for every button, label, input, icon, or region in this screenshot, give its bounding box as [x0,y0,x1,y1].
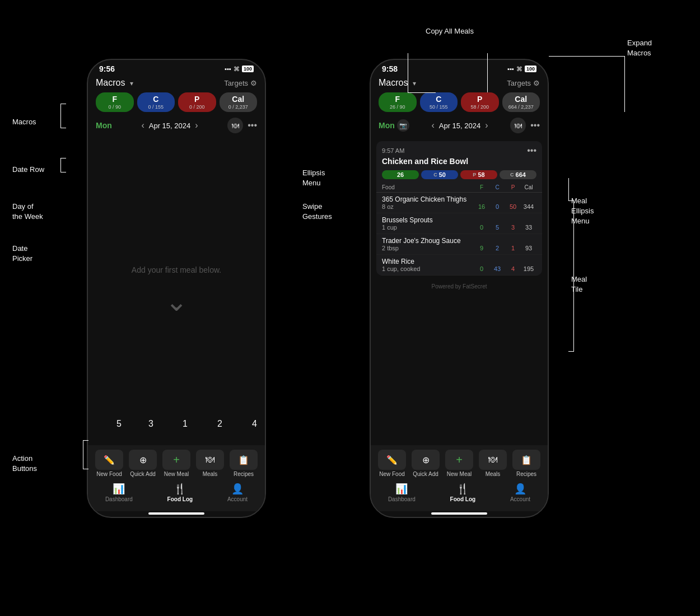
btn-num-5: 5 [116,419,122,429]
meals-btn-right[interactable]: 🍽 Meals [479,450,507,477]
new-food-btn-left[interactable]: ✏️ New Food [95,450,123,477]
meal-pill-cal: C 664 [500,170,536,179]
meal-name: Chicken and Rice Bowl [376,157,542,168]
action-bar-left: ✏️ New Food ⊕ Quick Add + New Meal 🍽 Mea… [88,445,265,479]
prev-date-btn-right[interactable]: ‹ [431,120,434,130]
food-row-0[interactable]: 365 Organic Chicken Thighs 8 oz 16 0 50 … [376,193,542,213]
copy-line-2 [487,53,488,92]
meal-ellipsis-line [568,178,569,200]
macro-pills-left: F 0 / 90 C 0 / 155 P 0 / 200 Cal 0 / 2,2… [88,90,265,114]
header-left: Macros ▾ Targets ⚙ [88,76,265,90]
targets-btn-right[interactable]: Targets ⚙ [507,79,540,87]
meal-ellipsis-btn[interactable]: ••• [527,146,536,156]
food-table-header: Food F C P Cal [376,183,542,193]
date-text-left[interactable]: Apr 15, 2024 [149,122,190,130]
new-meal-btn-left[interactable]: + New Meal [162,450,190,477]
btn-num-3: 3 [148,419,153,429]
food-row-1[interactable]: Brussels Sprouts 1 cup 0 5 3 33 [376,213,542,234]
dashboard-icon-right: 📊 [395,483,408,495]
date-row-right: Mon 📷 ‹ Apr 15, 2024 › 🍽 ••• [371,114,548,137]
label-day-of-week: Day ofthe Week [12,202,43,222]
tab-bar-right: 📊 Dashboard 🍴 Food Log 👤 Account [371,479,548,511]
date-text-right[interactable]: Apr 15, 2024 [439,122,480,130]
scroll-area-right: 9:57 AM ••• Chicken and Rice Bowl 26 C 5… [371,137,548,445]
signal-icon: ▪▪▪ [225,66,231,72]
pill-cal-left[interactable]: Cal 0 / 2,237 [220,92,258,112]
day-label-right[interactable]: Mon [379,121,395,130]
pill-f-left[interactable]: F 0 / 90 [96,92,134,112]
food-row-2[interactable]: Trader Joe's Zhoug Sauce 2 tbsp 9 2 1 93 [376,234,542,255]
new-food-btn-right[interactable]: ✏️ New Food [378,450,406,477]
next-date-btn-right[interactable]: › [485,120,488,130]
battery-right: 100 [525,66,536,72]
meals-btn-left[interactable]: 🍽 Meals [196,450,224,477]
account-icon-left: 👤 [231,483,244,495]
ellipsis-btn-right[interactable]: ••• [530,120,540,130]
macro-pills-right: F 26 / 90 C 50 / 155 P 58 / 200 Cal 664 … [371,90,548,114]
label-ellipsis-menu: EllipsisMenu [302,168,325,188]
meal-pill-c: C 50 [421,170,458,179]
empty-state-left: Add your first meal below. ⌄ [88,137,265,445]
header-title-left: Macros ▾ [96,78,133,88]
label-copy-all-meals: Copy All Meals [426,27,474,35]
powered-by: Powered by FatSecret [371,280,548,293]
quick-add-btn-left[interactable]: ⊕ Quick Add [129,450,157,477]
new-meal-btn-right[interactable]: + New Meal [445,450,473,477]
pill-c-left[interactable]: C 0 / 155 [137,92,175,112]
home-indicator-left [148,512,204,515]
status-time-left: 9:56 [99,64,115,73]
wifi-icon-right: ⌘ [516,66,522,73]
wifi-icon: ⌘ [234,66,240,73]
meal-tile-header: 9:57 AM ••• [376,141,542,157]
down-arrow-icon: ⌄ [165,286,188,317]
camera-icon-right[interactable]: 📷 [397,119,409,132]
label-date-row: Date Row [12,165,44,174]
status-time-right: 9:58 [382,64,398,73]
day-label-left[interactable]: Mon [96,121,112,130]
tab-account-left[interactable]: 👤 Account [227,483,248,502]
action-bar-right: ✏️ New Food ⊕ Quick Add + New Meal 🍽 Mea… [371,445,548,479]
restaurant-icon-left[interactable]: 🍽 [227,118,243,133]
expand-line-h [549,56,624,57]
pill-f-right[interactable]: F 26 / 90 [379,92,417,112]
pill-cal-right[interactable]: Cal 664 / 2,237 [502,92,540,112]
status-icons-left: ▪▪▪ ⌘ 100 [225,66,254,73]
pill-p-right[interactable]: P 58 / 200 [461,92,499,112]
chevron-down-icon-right[interactable]: ▾ [413,80,416,87]
empty-text-left: Add your first meal below. [132,265,221,274]
next-date-btn-left[interactable]: › [195,120,198,130]
recipes-btn-left[interactable]: 📋 Recipes [230,450,258,477]
chevron-down-icon-left[interactable]: ▾ [130,80,133,87]
tab-bar-left: 📊 Dashboard 🍴 Food Log 👤 Account [88,479,265,511]
recipes-btn-right[interactable]: 📋 Recipes [512,450,540,477]
ellipsis-btn-left[interactable]: ••• [248,120,257,130]
header-right: Macros ▾ Targets ⚙ [371,76,548,90]
meal-tile-right: 9:57 AM ••• Chicken and Rice Bowl 26 C 5… [376,141,542,276]
restaurant-icon-right[interactable]: 🍽 [510,118,526,133]
quick-add-btn-right[interactable]: ⊕ Quick Add [412,450,440,477]
meal-pill-p: P 58 [460,170,497,179]
targets-btn-left[interactable]: Targets ⚙ [224,79,257,87]
date-icons-right: 🍽 ••• [510,118,540,133]
dashboard-icon-left: 📊 [113,483,125,495]
label-macros: Macros [12,118,36,126]
food-row-3[interactable]: White Rice 1 cup, cooked 0 43 4 195 [376,255,542,276]
label-meal-ellipsis: MealEllipsisMenu [571,196,594,227]
tab-dashboard-right[interactable]: 📊 Dashboard [388,483,416,502]
tab-dashboard-left[interactable]: 📊 Dashboard [105,483,133,502]
date-row-left: Mon ‹ Apr 15, 2024 › 🍽 ••• [88,114,265,137]
expand-line [624,56,625,112]
date-nav-right: ‹ Apr 15, 2024 › [431,120,488,130]
status-bar-left: 9:56 ▪▪▪ ⌘ 100 [88,60,265,76]
prev-date-btn-left[interactable]: ‹ [141,120,144,130]
status-bar-right: 9:58 ▪▪▪ ⌘ 100 [371,60,548,76]
pill-p-left[interactable]: P 0 / 200 [178,92,216,112]
copy-line-1 [408,53,408,92]
btn-num-2: 2 [217,419,222,429]
meal-macro-row: 26 C 50 P 58 C 664 [376,168,542,183]
tab-account-right[interactable]: 👤 Account [510,483,530,502]
tab-foodlog-right[interactable]: 🍴 Food Log [450,483,476,502]
header-title-right: Macros ▾ [379,78,416,88]
tab-foodlog-left[interactable]: 🍴 Food Log [167,483,193,502]
pill-c-right[interactable]: C 50 / 155 [420,92,458,112]
